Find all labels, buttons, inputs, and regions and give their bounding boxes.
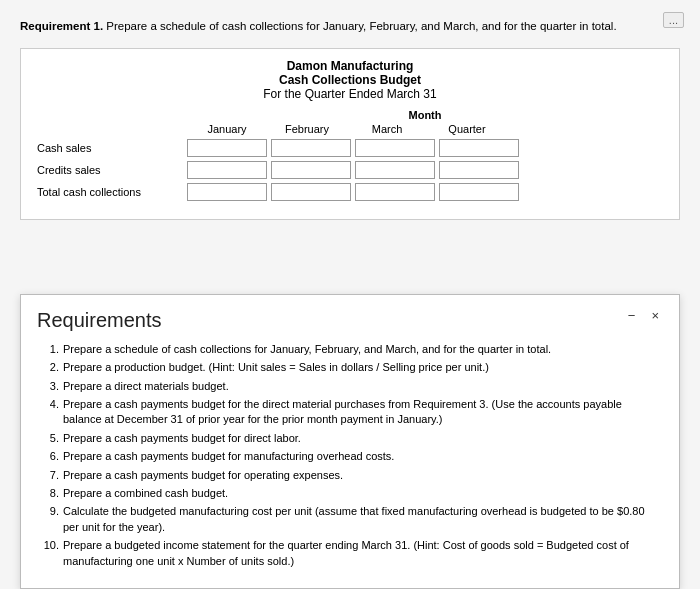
req-text-10: Prepare a budgeted income statement for …: [63, 538, 663, 569]
total-cash-row: Total cash collections: [37, 183, 663, 201]
req-num-6: 6.: [37, 449, 63, 464]
list-item: 9. Calculate the budgeted manufacturing …: [37, 504, 663, 535]
cash-sales-jan-cell[interactable]: [187, 139, 267, 157]
col-header-qtr: Quarter: [427, 123, 507, 135]
req-text-7: Prepare a cash payments budget for opera…: [63, 468, 663, 483]
total-cash-jan-input[interactable]: [187, 183, 267, 201]
req-text-5: Prepare a cash payments budget for direc…: [63, 431, 663, 446]
cash-sales-mar-input[interactable]: [355, 139, 435, 157]
cash-sales-qtr-input[interactable]: [439, 139, 519, 157]
credits-sales-row: Credits sales: [37, 161, 663, 179]
cash-sales-jan-input[interactable]: [187, 139, 267, 157]
requirement-description: Prepare a schedule of cash collections f…: [103, 20, 617, 32]
requirement-label: Requirement 1.: [20, 20, 103, 32]
cash-sales-label: Cash sales: [37, 142, 187, 154]
cash-sales-qtr-cell[interactable]: [439, 139, 519, 157]
list-item: 8. Prepare a combined cash budget.: [37, 486, 663, 501]
list-item: 2. Prepare a production budget. (Hint: U…: [37, 360, 663, 375]
col-header-feb: February: [267, 123, 347, 135]
col-header-mar: March: [347, 123, 427, 135]
list-item: 7. Prepare a cash payments budget for op…: [37, 468, 663, 483]
credits-sales-label: Credits sales: [37, 164, 187, 176]
credits-sales-mar-cell[interactable]: [355, 161, 435, 179]
requirements-list: 1. Prepare a schedule of cash collection…: [37, 342, 663, 569]
minimize-button[interactable]: −: [624, 309, 640, 322]
req-text-8: Prepare a combined cash budget.: [63, 486, 663, 501]
panel-header: Requirements − ×: [37, 309, 663, 332]
credits-sales-feb-input[interactable]: [271, 161, 351, 179]
list-item: 4. Prepare a cash payments budget for th…: [37, 397, 663, 428]
req-num-9: 9.: [37, 504, 63, 535]
schedule-section: Damon Manufacturing Cash Collections Bud…: [20, 48, 680, 220]
req-text-2: Prepare a production budget. (Hint: Unit…: [63, 360, 663, 375]
list-item: 6. Prepare a cash payments budget for ma…: [37, 449, 663, 464]
total-cash-qtr-cell[interactable]: [439, 183, 519, 201]
cash-sales-feb-cell[interactable]: [271, 139, 351, 157]
month-label: Month: [255, 109, 595, 121]
more-button[interactable]: ...: [663, 12, 684, 28]
budget-title: Cash Collections Budget: [37, 73, 663, 87]
list-item: 10. Prepare a budgeted income statement …: [37, 538, 663, 569]
credits-sales-jan-input[interactable]: [187, 161, 267, 179]
panel-title: Requirements: [37, 309, 162, 332]
total-cash-label: Total cash collections: [37, 186, 187, 198]
req-num-7: 7.: [37, 468, 63, 483]
close-button[interactable]: ×: [647, 309, 663, 322]
req-text-3: Prepare a direct materials budget.: [63, 379, 663, 394]
credits-sales-jan-cell[interactable]: [187, 161, 267, 179]
list-item: 1. Prepare a schedule of cash collection…: [37, 342, 663, 357]
requirements-panel: Requirements − × 1. Prepare a schedule o…: [20, 294, 680, 589]
req-text-4: Prepare a cash payments budget for the d…: [63, 397, 663, 428]
company-name: Damon Manufacturing: [37, 59, 663, 73]
req-num-8: 8.: [37, 486, 63, 501]
company-header: Damon Manufacturing Cash Collections Bud…: [37, 59, 663, 101]
month-header-row: Month: [187, 109, 663, 121]
req-num-10: 10.: [37, 538, 63, 569]
credits-sales-feb-cell[interactable]: [271, 161, 351, 179]
req-num-4: 4.: [37, 397, 63, 428]
table-section: Month January February March Quarter Cas…: [37, 109, 663, 201]
total-cash-mar-cell[interactable]: [355, 183, 435, 201]
credits-sales-mar-input[interactable]: [355, 161, 435, 179]
cash-sales-feb-input[interactable]: [271, 139, 351, 157]
req-num-3: 3.: [37, 379, 63, 394]
cash-sales-mar-cell[interactable]: [355, 139, 435, 157]
req-num-5: 5.: [37, 431, 63, 446]
req-num-1: 1.: [37, 342, 63, 357]
req-text-9: Calculate the budgeted manufacturing cos…: [63, 504, 663, 535]
req-num-2: 2.: [37, 360, 63, 375]
total-cash-qtr-input[interactable]: [439, 183, 519, 201]
total-cash-mar-input[interactable]: [355, 183, 435, 201]
list-item: 3. Prepare a direct materials budget.: [37, 379, 663, 394]
requirement-title: Requirement 1. Prepare a schedule of cas…: [20, 18, 680, 34]
total-cash-feb-cell[interactable]: [271, 183, 351, 201]
list-item: 5. Prepare a cash payments budget for di…: [37, 431, 663, 446]
cash-sales-row: Cash sales: [37, 139, 663, 157]
credits-sales-qtr-cell[interactable]: [439, 161, 519, 179]
panel-controls: − ×: [624, 309, 663, 322]
main-content: ... Requirement 1. Prepare a schedule of…: [0, 0, 700, 589]
total-cash-feb-input[interactable]: [271, 183, 351, 201]
req-text-6: Prepare a cash payments budget for manuf…: [63, 449, 663, 464]
period-title: For the Quarter Ended March 31: [37, 87, 663, 101]
col-header-jan: January: [187, 123, 267, 135]
req-text-1: Prepare a schedule of cash collections f…: [63, 342, 663, 357]
total-cash-jan-cell[interactable]: [187, 183, 267, 201]
credits-sales-qtr-input[interactable]: [439, 161, 519, 179]
column-headers: January February March Quarter: [187, 123, 663, 135]
